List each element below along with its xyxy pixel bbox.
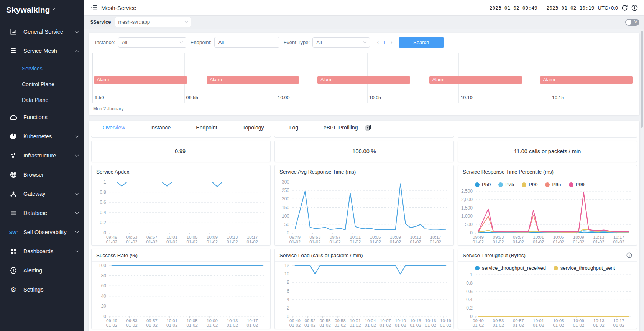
svg-text:60: 60 (101, 283, 107, 288)
legend-dot (498, 182, 503, 187)
svg-text:8: 8 (287, 280, 289, 285)
sidebar-item-label: Dashboards (23, 248, 76, 254)
sidebar-item-service-mesh[interactable]: Service Mesh (0, 41, 84, 61)
throughput-info-icon[interactable] (626, 252, 632, 258)
svg-text:09:5301-02: 09:5301-02 (126, 318, 137, 328)
chart-service-throughput: Service Throughput (Bytes) service_throu… (458, 249, 637, 329)
alarm-bar[interactable]: Alarm (317, 76, 410, 84)
svg-text:09:5301-02: 09:5301-02 (493, 318, 504, 328)
legend-item[interactable]: P99 (569, 182, 585, 187)
sidebar-item-gateway[interactable]: Gateway (0, 184, 84, 203)
sidebar-item-infrastructure[interactable]: Infrastructure (0, 146, 84, 165)
scrollbar[interactable] (641, 31, 643, 128)
prev-page-icon[interactable]: ‹ (377, 39, 379, 45)
svg-text:4: 4 (287, 297, 289, 302)
timeline-time-label: 9:50 (95, 95, 104, 100)
svg-text:09:5701-02: 09:5701-02 (146, 318, 158, 328)
timeline-time-label: 10:15 (552, 95, 564, 100)
event-timeline: AlarmAlarmAlarmAlarmAlarm9:5009:5510:001… (92, 53, 636, 103)
chart-icon (9, 29, 18, 35)
copy-icon[interactable] (365, 125, 371, 131)
kubernetes-icon (9, 133, 18, 140)
sidebar-item-control-plane[interactable]: Control Plane (0, 76, 84, 92)
chart-title: Service Apdex (96, 169, 129, 175)
sidebar: Skywalking General Service Service Mesh … (0, 0, 84, 331)
sidebar-item-dashboards[interactable]: Dashboards (0, 242, 84, 261)
sidebar-item-data-plane[interactable]: Data Plane (0, 92, 84, 108)
svg-text:10:1901-02: 10:1901-02 (440, 318, 451, 328)
svg-text:250: 250 (282, 188, 289, 193)
tab-log[interactable]: Log (289, 125, 298, 131)
sidebar-collapse-icon[interactable] (90, 5, 97, 10)
instance-select[interactable]: All (118, 37, 186, 48)
svg-text:0.2: 0.2 (100, 220, 106, 225)
event-type-select-value: All (316, 39, 322, 45)
sidebar-item-label: Service Mesh (23, 48, 76, 54)
legend-item[interactable]: P50 (475, 182, 491, 187)
tabs-row: Overview Instance Endpoint Topology Log … (89, 121, 639, 134)
chart-service-apdex: Service Apdex 00.20.40.60.8109:4901-0209… (91, 165, 271, 246)
globe-icon (9, 171, 18, 178)
service-select[interactable]: mesh-svr::app (115, 17, 191, 27)
event-type-filter-label: Event Type: (284, 39, 310, 45)
infrastructure-icon (9, 153, 18, 159)
legend-item[interactable]: P90 (522, 182, 537, 187)
tab-ebpf-profiling[interactable]: eBPF Profiling (324, 125, 358, 131)
sidebar-item-general-service[interactable]: General Service (0, 22, 84, 41)
tab-instance[interactable]: Instance (150, 125, 171, 131)
tab-endpoint[interactable]: Endpoint (196, 125, 217, 131)
info-icon[interactable] (631, 5, 638, 11)
tab-topology[interactable]: Topology (243, 125, 264, 131)
sidebar-item-self-observability[interactable]: Sw’ Self Observability (0, 223, 84, 242)
tab-overview[interactable]: Overview (103, 125, 125, 131)
event-type-select[interactable]: All (312, 37, 370, 48)
sidebar-item-settings[interactable]: ⚙ Settings (0, 280, 84, 299)
sidebar-item-functions[interactable]: Functions (0, 108, 84, 127)
svg-text:50: 50 (284, 222, 290, 227)
legend-item[interactable]: service_throughput_sent (554, 265, 615, 271)
search-button[interactable]: Search (399, 37, 444, 48)
sidebar-item-services[interactable]: Services (0, 61, 84, 76)
chevron-down-icon (75, 249, 79, 253)
sidebar-item-database[interactable]: Database (0, 203, 84, 223)
sidebar-item-alerting[interactable]: Alerting (0, 261, 84, 280)
chart-service-load: Service Load (calls or packets / min) 02… (274, 249, 454, 329)
legend-item[interactable]: service_throughput_received (475, 265, 546, 271)
header-right: 2023-01-02 09:49 ~ 2023-01-02 10:19 UTC+… (490, 5, 638, 11)
svg-text:09:5301-02: 09:5301-02 (309, 235, 320, 244)
legend-item[interactable]: P95 (545, 182, 561, 187)
chart-title: Service Throughput (Bytes) (463, 252, 526, 258)
sidebar-item-browser[interactable]: Browser (0, 165, 84, 184)
refresh-icon[interactable] (621, 5, 628, 11)
gear-icon: ⚙ (9, 287, 18, 293)
timeline-day-label: Mon 2 January (91, 103, 637, 112)
svg-text:20: 20 (101, 303, 107, 309)
time-range-picker[interactable]: 2023-01-02 09:49 ~ 2023-01-02 10:19 (490, 5, 595, 11)
chart-legend[interactable]: P50P75P90P95P99 (458, 178, 637, 187)
chart-legend[interactable]: service_throughput_receivedservice_throu… (458, 262, 637, 271)
svg-text:09:5701-02: 09:5701-02 (146, 235, 158, 244)
svg-text:10:0901-02: 10:0901-02 (207, 235, 218, 244)
legend-item[interactable]: P75 (498, 182, 514, 187)
alarm-bar[interactable]: Alarm (207, 76, 299, 84)
chart-title: Service Load (calls or packets / min) (279, 252, 363, 258)
view-toggle[interactable]: V (625, 19, 639, 26)
alarm-bar[interactable]: Alarm (94, 76, 187, 84)
svg-text:10:0101-02: 10:0101-02 (166, 235, 177, 244)
endpoint-filter-label: Endpoint: (191, 39, 212, 45)
alarm-bar[interactable]: Alarm (429, 76, 522, 84)
svg-text:09:5701-02: 09:5701-02 (513, 318, 524, 328)
next-page-icon[interactable]: › (391, 39, 393, 45)
endpoint-input[interactable]: All (214, 37, 279, 48)
svg-text:09:5201-02: 09:5201-02 (304, 318, 315, 328)
svg-text:40: 40 (101, 293, 107, 299)
sidebar-item-label: Alerting (23, 267, 78, 274)
legend-dot (569, 182, 573, 187)
svg-text:100: 100 (282, 213, 289, 219)
legend-dot (522, 182, 526, 187)
mesh-icon (9, 48, 18, 54)
sidebar-item-kubernetes[interactable]: Kubernetes (0, 127, 84, 146)
svg-text:10:0501-02: 10:0501-02 (370, 235, 381, 244)
alarm-bar[interactable]: Alarm (540, 76, 633, 84)
sidebar-item-label: Functions (23, 114, 78, 120)
